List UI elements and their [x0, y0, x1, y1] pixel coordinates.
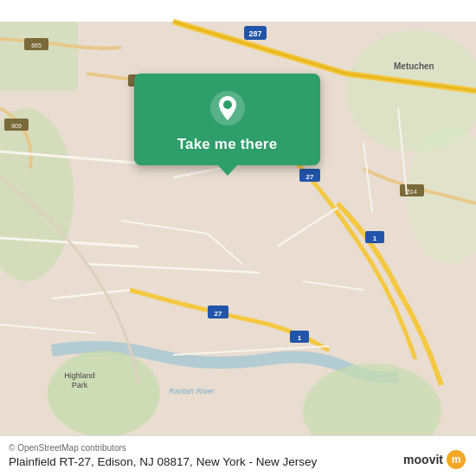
svg-text:609: 609: [11, 123, 22, 129]
map-container: Raritan River 287 27 27 1 1 5: [0, 0, 476, 476]
svg-text:Metuchen: Metuchen: [394, 61, 434, 71]
svg-point-2: [48, 351, 160, 437]
svg-text:1: 1: [373, 235, 377, 242]
svg-rect-5: [0, 22, 78, 91]
attribution-text: © OpenStreetMap contributors: [9, 443, 467, 453]
map-svg: Raritan River 287 27 27 1 1 5: [0, 0, 476, 476]
svg-text:Highland: Highland: [64, 371, 95, 380]
svg-text:27: 27: [306, 173, 314, 181]
svg-text:1: 1: [298, 334, 302, 342]
address-text: Plainfield RT-27, Edison, NJ 08817, New …: [9, 454, 467, 471]
svg-text:514: 514: [407, 189, 417, 195]
bottom-bar: © OpenStreetMap contributors Plainfield …: [0, 435, 476, 476]
svg-text:27: 27: [215, 310, 222, 318]
svg-text:Park: Park: [72, 381, 88, 389]
moovit-logo: moovit m: [403, 450, 466, 469]
svg-text:Raritan River: Raritan River: [169, 387, 215, 396]
moovit-logo-icon: m: [447, 450, 466, 469]
popup-card: Take me there: [134, 74, 320, 165]
svg-text:665: 665: [31, 42, 42, 48]
svg-text:287: 287: [248, 29, 261, 38]
location-pin-icon: [209, 89, 247, 127]
moovit-logo-text: moovit: [403, 453, 443, 466]
take-me-there-button[interactable]: Take me there: [177, 136, 278, 153]
svg-point-43: [223, 100, 232, 109]
